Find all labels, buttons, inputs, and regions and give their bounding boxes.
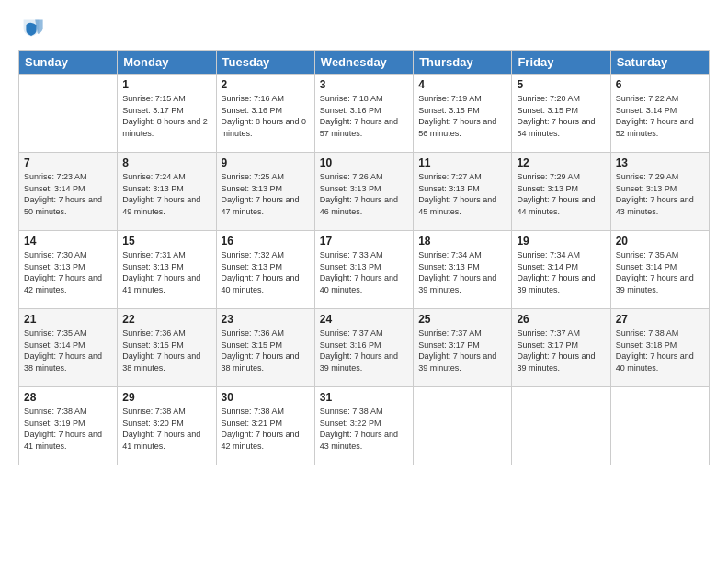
weekday-header-tuesday: Tuesday [216, 51, 314, 75]
day-number: 31 [320, 391, 408, 404]
calendar-cell: 20Sunrise: 7:35 AMSunset: 3:14 PMDayligh… [610, 231, 709, 309]
calendar-cell [414, 387, 512, 465]
calendar-cell: 19Sunrise: 7:34 AMSunset: 3:14 PMDayligh… [512, 231, 610, 309]
cell-text: Sunrise: 7:29 AMSunset: 3:13 PMDaylight:… [517, 172, 595, 216]
calendar-cell [19, 75, 118, 153]
calendar-cell: 21Sunrise: 7:35 AMSunset: 3:14 PMDayligh… [19, 309, 118, 387]
day-number: 8 [122, 156, 210, 169]
cell-text: Sunrise: 7:22 AMSunset: 3:14 PMDaylight:… [616, 94, 694, 138]
day-number: 18 [418, 235, 506, 247]
day-number: 30 [222, 391, 310, 404]
calendar-cell: 29Sunrise: 7:38 AMSunset: 3:20 PMDayligh… [118, 387, 216, 465]
cell-text: Sunrise: 7:26 AMSunset: 3:13 PMDaylight:… [320, 172, 398, 216]
calendar-cell: 1Sunrise: 7:15 AMSunset: 3:17 PMDaylight… [118, 75, 216, 153]
week-row-0: 1Sunrise: 7:15 AMSunset: 3:17 PMDaylight… [19, 75, 710, 153]
week-row-2: 14Sunrise: 7:30 AMSunset: 3:13 PMDayligh… [19, 231, 710, 309]
calendar-cell: 6Sunrise: 7:22 AMSunset: 3:14 PMDaylight… [610, 75, 709, 153]
calendar-cell: 24Sunrise: 7:37 AMSunset: 3:16 PMDayligh… [314, 309, 413, 387]
day-number: 27 [616, 313, 704, 326]
day-number: 16 [222, 235, 310, 247]
cell-text: Sunrise: 7:24 AMSunset: 3:13 PMDaylight:… [122, 172, 200, 216]
header [18, 15, 710, 40]
day-number: 21 [24, 313, 112, 326]
cell-text: Sunrise: 7:38 AMSunset: 3:21 PMDaylight:… [222, 407, 300, 451]
cell-text: Sunrise: 7:37 AMSunset: 3:16 PMDaylight:… [320, 328, 398, 373]
calendar-cell: 25Sunrise: 7:37 AMSunset: 3:17 PMDayligh… [414, 309, 512, 387]
cell-text: Sunrise: 7:31 AMSunset: 3:13 PMDaylight:… [122, 250, 200, 294]
weekday-header-row: SundayMondayTuesdayWednesdayThursdayFrid… [19, 51, 710, 75]
cell-text: Sunrise: 7:36 AMSunset: 3:15 PMDaylight:… [122, 328, 200, 373]
weekday-header-thursday: Thursday [414, 51, 512, 75]
calendar-cell [610, 387, 709, 465]
calendar-cell: 28Sunrise: 7:38 AMSunset: 3:19 PMDayligh… [19, 387, 118, 465]
day-number: 5 [517, 78, 605, 91]
calendar-cell: 4Sunrise: 7:19 AMSunset: 3:15 PMDaylight… [414, 75, 512, 153]
week-row-3: 21Sunrise: 7:35 AMSunset: 3:14 PMDayligh… [19, 309, 710, 387]
logo-icon [18, 15, 44, 40]
calendar-cell: 9Sunrise: 7:25 AMSunset: 3:13 PMDaylight… [216, 153, 314, 231]
calendar-cell: 14Sunrise: 7:30 AMSunset: 3:13 PMDayligh… [19, 231, 118, 309]
cell-text: Sunrise: 7:18 AMSunset: 3:16 PMDaylight:… [320, 94, 398, 138]
day-number: 17 [320, 235, 408, 247]
calendar-cell: 27Sunrise: 7:38 AMSunset: 3:18 PMDayligh… [610, 309, 709, 387]
day-number: 19 [517, 235, 605, 247]
day-number: 28 [24, 391, 112, 404]
cell-text: Sunrise: 7:15 AMSunset: 3:17 PMDaylight:… [122, 94, 208, 138]
day-number: 4 [418, 78, 506, 91]
calendar-cell: 16Sunrise: 7:32 AMSunset: 3:13 PMDayligh… [216, 231, 314, 309]
cell-text: Sunrise: 7:33 AMSunset: 3:13 PMDaylight:… [320, 250, 398, 294]
day-number: 6 [616, 78, 704, 91]
weekday-header-monday: Monday [118, 51, 216, 75]
cell-text: Sunrise: 7:38 AMSunset: 3:20 PMDaylight:… [122, 407, 200, 451]
day-number: 14 [24, 235, 112, 247]
week-row-1: 7Sunrise: 7:23 AMSunset: 3:14 PMDaylight… [19, 153, 710, 231]
cell-text: Sunrise: 7:38 AMSunset: 3:19 PMDaylight:… [24, 407, 102, 451]
calendar-cell: 15Sunrise: 7:31 AMSunset: 3:13 PMDayligh… [118, 231, 216, 309]
calendar-cell: 30Sunrise: 7:38 AMSunset: 3:21 PMDayligh… [216, 387, 314, 465]
day-number: 23 [222, 313, 310, 326]
weekday-header-sunday: Sunday [19, 51, 118, 75]
day-number: 2 [222, 78, 310, 91]
cell-text: Sunrise: 7:30 AMSunset: 3:13 PMDaylight:… [24, 250, 102, 294]
weekday-header-wednesday: Wednesday [314, 51, 413, 75]
calendar-cell: 8Sunrise: 7:24 AMSunset: 3:13 PMDaylight… [118, 153, 216, 231]
cell-text: Sunrise: 7:34 AMSunset: 3:14 PMDaylight:… [517, 250, 595, 294]
calendar-cell: 26Sunrise: 7:37 AMSunset: 3:17 PMDayligh… [512, 309, 610, 387]
weekday-header-saturday: Saturday [610, 51, 709, 75]
day-number: 13 [616, 156, 704, 169]
calendar-cell: 2Sunrise: 7:16 AMSunset: 3:16 PMDaylight… [216, 75, 314, 153]
cell-text: Sunrise: 7:37 AMSunset: 3:17 PMDaylight:… [517, 328, 595, 373]
day-number: 25 [418, 313, 506, 326]
cell-text: Sunrise: 7:38 AMSunset: 3:18 PMDaylight:… [616, 328, 694, 373]
day-number: 10 [320, 156, 408, 169]
day-number: 29 [122, 391, 210, 404]
cell-text: Sunrise: 7:27 AMSunset: 3:13 PMDaylight:… [418, 172, 496, 216]
day-number: 26 [517, 313, 605, 326]
cell-text: Sunrise: 7:25 AMSunset: 3:13 PMDaylight:… [222, 172, 300, 216]
cell-text: Sunrise: 7:29 AMSunset: 3:13 PMDaylight:… [616, 172, 694, 216]
cell-text: Sunrise: 7:37 AMSunset: 3:17 PMDaylight:… [418, 328, 496, 373]
calendar-cell: 23Sunrise: 7:36 AMSunset: 3:15 PMDayligh… [216, 309, 314, 387]
calendar-cell: 11Sunrise: 7:27 AMSunset: 3:13 PMDayligh… [414, 153, 512, 231]
cell-text: Sunrise: 7:38 AMSunset: 3:22 PMDaylight:… [320, 407, 398, 451]
calendar-cell: 12Sunrise: 7:29 AMSunset: 3:13 PMDayligh… [512, 153, 610, 231]
page: SundayMondayTuesdayWednesdayThursdayFrid… [0, 0, 728, 563]
day-number: 12 [517, 156, 605, 169]
cell-text: Sunrise: 7:32 AMSunset: 3:13 PMDaylight:… [222, 250, 300, 294]
calendar-cell: 7Sunrise: 7:23 AMSunset: 3:14 PMDaylight… [19, 153, 118, 231]
day-number: 7 [24, 156, 112, 169]
cell-text: Sunrise: 7:34 AMSunset: 3:13 PMDaylight:… [418, 250, 496, 294]
day-number: 3 [320, 78, 408, 91]
calendar-cell: 22Sunrise: 7:36 AMSunset: 3:15 PMDayligh… [118, 309, 216, 387]
calendar-cell: 3Sunrise: 7:18 AMSunset: 3:16 PMDaylight… [314, 75, 413, 153]
cell-text: Sunrise: 7:20 AMSunset: 3:15 PMDaylight:… [517, 94, 595, 138]
day-number: 11 [418, 156, 506, 169]
cell-text: Sunrise: 7:16 AMSunset: 3:16 PMDaylight:… [222, 94, 307, 138]
weekday-header-friday: Friday [512, 51, 610, 75]
day-number: 15 [122, 235, 210, 247]
day-number: 1 [122, 78, 210, 91]
cell-text: Sunrise: 7:35 AMSunset: 3:14 PMDaylight:… [24, 328, 102, 373]
day-number: 9 [222, 156, 310, 169]
day-number: 22 [122, 313, 210, 326]
calendar-table: SundayMondayTuesdayWednesdayThursdayFrid… [18, 50, 710, 465]
